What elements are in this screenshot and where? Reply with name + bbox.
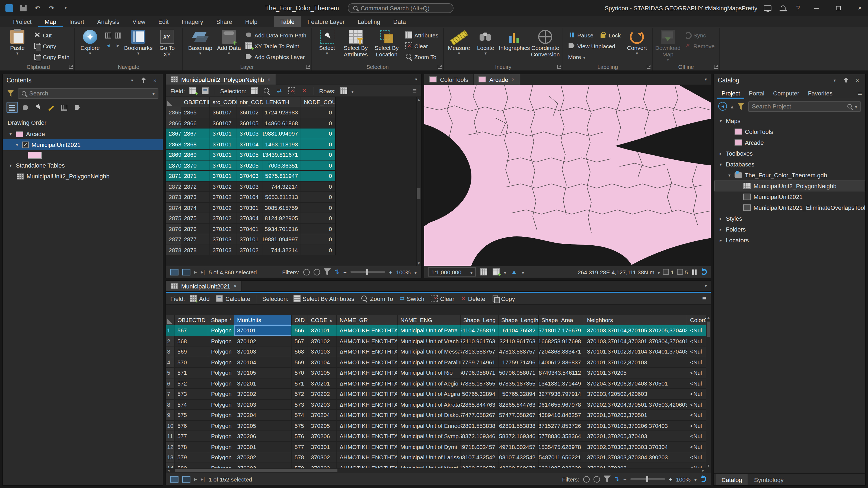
catalog-tree-item[interactable]: ▸ Styles: [714, 213, 865, 224]
column-header-length[interactable]: LENGTH: [264, 97, 301, 107]
clipboard-launcher-icon[interactable]: [69, 65, 73, 69]
redo-button[interactable]: ↷: [46, 3, 56, 13]
cut-button[interactable]: Cut: [31, 30, 72, 40]
table-row[interactable]: 2870 2870 370101 370205 7003.36351 0: [166, 160, 335, 171]
close-tab-icon[interactable]: ×: [234, 283, 237, 289]
tab-arcade[interactable]: Arcade ×: [474, 74, 520, 85]
clear-selection-button[interactable]: Clear: [403, 41, 441, 51]
pin-icon[interactable]: [140, 76, 148, 84]
column-header-node-count[interactable]: NODE_COUNT: [301, 97, 335, 107]
catalog-tree-item[interactable]: MunicipalUnit2021: [714, 191, 865, 202]
selection-grid-button[interactable]: [479, 268, 488, 276]
app-menu-button[interactable]: [4, 3, 14, 13]
table-row[interactable]: 1 567 Polygon 370101 566 370101 ΔΗΜΟΤΙΚΗ…: [166, 325, 706, 336]
column-header-oid1[interactable]: OID_1: [292, 315, 308, 325]
table-row[interactable]: 2875 2875 370102 370304 8124.922905 0: [166, 213, 335, 224]
catalog-tree-item[interactable]: ▾ The_Four_Color_Theorem.gdb: [714, 170, 865, 181]
table-row[interactable]: 2 568 Polygon 370102 567 370102 ΔΗΜΟΤΙΚΗ…: [166, 336, 706, 347]
zoom-out-icon[interactable]: −: [623, 476, 627, 482]
select-all-corner[interactable]: [166, 315, 175, 325]
add-data-button[interactable]: Add Data: [216, 29, 241, 55]
catalog-tab[interactable]: Computer: [769, 87, 804, 99]
clear-selection-button[interactable]: [287, 87, 296, 95]
last-record-icon[interactable]: ▸|: [201, 269, 205, 275]
delete-selection-button[interactable]: ✕Delete: [459, 295, 487, 302]
tab-municipalunit2021[interactable]: MunicipalUnit2021 ×: [166, 281, 242, 291]
column-header-objectid[interactable]: OBJECTID *: [181, 97, 210, 107]
catalog-tab[interactable]: Project: [717, 87, 745, 99]
north-arrow-button[interactable]: ▲: [509, 268, 519, 276]
sort-arrows-icon[interactable]: [335, 268, 339, 275]
delete-selection-button[interactable]: ✕: [300, 87, 309, 95]
tab-list-chevron-icon[interactable]: [411, 74, 421, 85]
layer-visibility-checkbox[interactable]: [22, 141, 29, 148]
table-view-button[interactable]: [170, 269, 179, 275]
calculate-field-button[interactable]: [201, 87, 210, 95]
tab-list-chevron-icon[interactable]: [701, 74, 711, 85]
catalog-tree-item[interactable]: Arcade: [714, 137, 865, 148]
column-header-colorclass[interactable]: ColorCla: [687, 315, 706, 325]
column-header-objectid[interactable]: OBJECTID *: [175, 315, 208, 325]
list-by-data-source-button[interactable]: [20, 102, 31, 113]
paste-button[interactable]: Paste: [5, 29, 30, 55]
expander-icon[interactable]: ▾: [718, 162, 723, 167]
clear-selection-button[interactable]: Clear: [429, 295, 456, 302]
ribbon-contextual-tab[interactable]: Data: [387, 16, 412, 27]
list-by-editing-button[interactable]: [45, 102, 57, 113]
filter-icon[interactable]: [7, 90, 14, 97]
expander-icon[interactable]: ▸: [718, 216, 723, 221]
select-by-attributes-button[interactable]: [250, 87, 259, 95]
expander-icon[interactable]: ▸: [718, 151, 723, 156]
signed-in-account[interactable]: Spyridon - STARIDAS GEOGRAPHY #MakingMap…: [604, 5, 757, 11]
table-row[interactable]: 2866 2866 360107 360105 14860.61868 0: [166, 118, 335, 129]
next-record-icon[interactable]: ▸: [194, 269, 197, 275]
tab-list-chevron-icon[interactable]: [701, 281, 711, 291]
panel-menu-icon[interactable]: [831, 76, 839, 84]
table-row[interactable]: 7 573 Polygon 370202 572 370202 ΔΗΜΟΤΙΚΗ…: [166, 389, 706, 399]
zoom-to-selection-button[interactable]: Zoom To: [359, 295, 395, 302]
catalog-tree-item[interactable]: ▾ Maps: [714, 116, 865, 126]
coordinate-conversion-button[interactable]: Coordinate Conversion: [531, 29, 560, 58]
catalog-tree-item[interactable]: MunicipalUnit2_PolygonNeighb: [714, 181, 865, 191]
remove-button[interactable]: Remove: [682, 41, 717, 51]
zoom-in-icon[interactable]: +: [389, 269, 392, 275]
presentation-icon[interactable]: [763, 3, 773, 13]
select-button[interactable]: Select: [315, 29, 340, 55]
ribbon-tab[interactable]: Project: [6, 16, 38, 27]
expander-icon[interactable]: ▾: [8, 163, 13, 168]
catalog-bottom-tab[interactable]: Symbology: [749, 474, 789, 485]
close-tab-icon[interactable]: ×: [512, 76, 515, 83]
zoom-slider[interactable]: [630, 478, 665, 480]
list-by-snapping-button[interactable]: [59, 102, 70, 113]
catalog-tree-item[interactable]: MunicipalUnit2021_EliminateOverlapsTool: [714, 202, 865, 213]
catalog-tab[interactable]: Portal: [745, 87, 769, 99]
ribbon-tab[interactable]: Imagery: [175, 16, 210, 27]
sort-arrows-icon[interactable]: [614, 476, 619, 483]
ribbon-tab[interactable]: Map: [38, 16, 63, 27]
infographics-button[interactable]: Infographics: [500, 29, 529, 51]
ribbon-tab[interactable]: Share: [210, 16, 239, 27]
locate-button[interactable]: Locate: [473, 29, 498, 55]
zoom-out-icon[interactable]: −: [343, 269, 347, 275]
funnel-icon[interactable]: [603, 476, 611, 483]
add-field-button[interactable]: Add: [188, 295, 211, 302]
selection-launcher-icon[interactable]: [438, 65, 442, 69]
command-search-input[interactable]: Command Search (Alt+Q): [348, 3, 454, 13]
table-row[interactable]: 2873 2873 370102 370104 5653.811213 0: [166, 192, 335, 202]
vertical-scrollbar[interactable]: ▲ ▼: [706, 315, 711, 468]
select-by-location-button[interactable]: Select By Location: [372, 29, 401, 58]
view-unplaced-button[interactable]: View Unplaced: [566, 41, 623, 51]
convert-labels-button[interactable]: Convert: [624, 29, 649, 55]
ribbon-contextual-tab[interactable]: Labeling: [351, 16, 387, 27]
pause-drawing-icon[interactable]: [691, 269, 698, 275]
catalog-tree-item[interactable]: ColorTools: [714, 126, 865, 137]
inquiry-launcher-icon[interactable]: [557, 65, 561, 69]
tab-municipalunit2-polygonneighb[interactable]: MunicipalUnit2_PolygonNeighb ×: [166, 74, 276, 85]
up-button[interactable]: ▴: [731, 103, 734, 109]
table-row[interactable]: 2876 2876 370102 370401 5934.701616 0: [166, 224, 335, 234]
table-menu-button[interactable]: ≡: [702, 294, 706, 302]
filter-icon[interactable]: [737, 103, 744, 110]
column-header-name-gr[interactable]: NAME_GR: [337, 315, 398, 325]
next-extent-button[interactable]: ▸: [114, 41, 122, 50]
catalog-tree-item[interactable]: ▾ Databases: [714, 159, 865, 170]
